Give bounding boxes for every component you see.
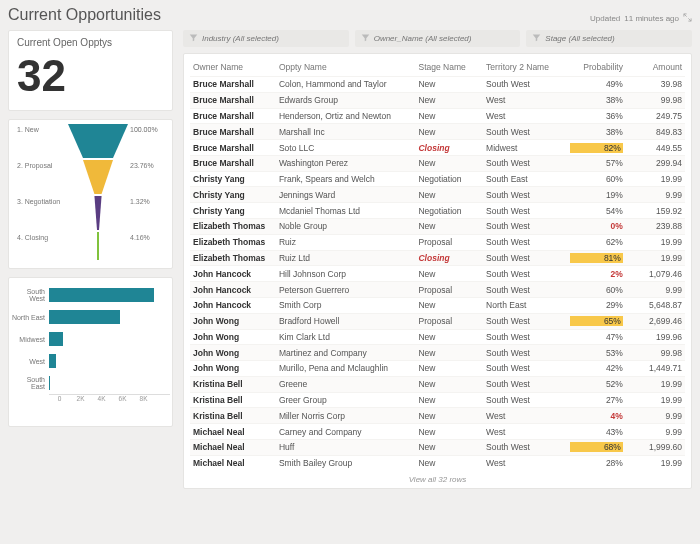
bar-row: North East xyxy=(11,306,170,328)
table-row[interactable]: Kristina BellGreer GroupNewSouth West27%… xyxy=(190,392,685,408)
table-row[interactable]: Kristina BellGreeneNewSouth West52%19.99 xyxy=(190,376,685,392)
filter-icon xyxy=(189,33,198,44)
table-row[interactable]: John HancockSmith CorpNewNorth East29%5,… xyxy=(190,297,685,313)
filter-0[interactable]: Industry (All selected) xyxy=(183,30,349,47)
table-row[interactable]: John WongBradford HowellProposalSouth We… xyxy=(190,313,685,329)
funnel-pct: 23.76% xyxy=(130,160,164,169)
svg-marker-1 xyxy=(83,160,113,194)
col-header[interactable]: Territory 2 Name xyxy=(483,58,567,77)
cell: Mcdaniel Thomas Ltd xyxy=(276,203,416,219)
cell: Closing xyxy=(415,250,483,266)
cell: 36% xyxy=(567,108,626,124)
cell: New xyxy=(415,455,483,470)
territory-bar-chart: South WestNorth EastMidwestWestSouth Eas… xyxy=(8,277,173,427)
table-row[interactable]: Elizabeth ThomasRuiz LtdClosingSouth Wes… xyxy=(190,250,685,266)
table-row[interactable]: John WongMartinez and CompanyNewSouth We… xyxy=(190,345,685,361)
cell: South West xyxy=(483,392,567,408)
cell: New xyxy=(415,424,483,440)
cell: 5,648.87 xyxy=(626,297,685,313)
table-row[interactable]: Bruce MarshallHenderson, Ortiz and Newto… xyxy=(190,108,685,124)
bar-label: South East xyxy=(11,376,49,390)
table-row[interactable]: Bruce MarshallWashington PerezNewSouth W… xyxy=(190,155,685,171)
svg-marker-2 xyxy=(94,196,101,230)
cell: Kristina Bell xyxy=(190,392,276,408)
cell: 38% xyxy=(567,124,626,140)
col-header[interactable]: Probability xyxy=(567,58,626,77)
table-row[interactable]: John WongKim Clark LtdNewSouth West47%19… xyxy=(190,329,685,345)
filter-1[interactable]: Owner_Name (All selected) xyxy=(355,30,521,47)
table-row[interactable]: Michael NealCarney and CompanyNewWest43%… xyxy=(190,424,685,440)
cell: 159.92 xyxy=(626,203,685,219)
cell: 19.99 xyxy=(626,171,685,187)
view-all-link[interactable]: View all 32 rows xyxy=(190,471,685,484)
table-row[interactable]: Kristina BellMiller Norris CorpNewWest4%… xyxy=(190,408,685,424)
table-row[interactable]: John HancockHill Johnson CorpNewSouth We… xyxy=(190,266,685,282)
table-row[interactable]: John WongMurillo, Pena and MclaughlinNew… xyxy=(190,361,685,377)
page-title: Current Opportunities xyxy=(8,6,161,24)
funnel-stage: 4. Closing4.16% xyxy=(17,232,164,262)
funnel-label: 4. Closing xyxy=(17,232,65,241)
cell: South West xyxy=(483,124,567,140)
cell: Kim Clark Ltd xyxy=(276,329,416,345)
cell: South West xyxy=(483,282,567,298)
cell: Bruce Marshall xyxy=(190,124,276,140)
table-row[interactable]: Bruce MarshallSoto LLCClosingMidwest82%4… xyxy=(190,140,685,156)
cell: South West xyxy=(483,187,567,203)
col-header[interactable]: Amount xyxy=(626,58,685,77)
updated-prefix: Updated xyxy=(590,14,620,23)
cell: South West xyxy=(483,234,567,250)
axis-tick: 2K xyxy=(70,395,91,402)
col-header[interactable]: Stage Name xyxy=(415,58,483,77)
cell: South West xyxy=(483,266,567,282)
table-row[interactable]: Christy YangJennings WardNewSouth West19… xyxy=(190,187,685,203)
cell: Miller Norris Corp xyxy=(276,408,416,424)
funnel-label: 3. Negotiation xyxy=(17,196,65,205)
filter-2[interactable]: Stage (All selected) xyxy=(526,30,692,47)
cell: 47% xyxy=(567,329,626,345)
cell: Colon, Hammond and Taylor xyxy=(276,77,416,93)
cell: 49% xyxy=(567,77,626,93)
cell: Jennings Ward xyxy=(276,187,416,203)
table-row[interactable]: Elizabeth ThomasRuizProposalSouth West62… xyxy=(190,234,685,250)
cell: South West xyxy=(483,203,567,219)
cell: John Hancock xyxy=(190,282,276,298)
cell: 19.99 xyxy=(626,392,685,408)
table-row[interactable]: Christy YangFrank, Spears and WelchNegot… xyxy=(190,171,685,187)
cell: Greene xyxy=(276,376,416,392)
table-row[interactable]: Bruce MarshallColon, Hammond and TaylorN… xyxy=(190,77,685,93)
table-row[interactable]: Bruce MarshallMarshall IncNewSouth West3… xyxy=(190,124,685,140)
cell: West xyxy=(483,424,567,440)
bar-row: Midwest xyxy=(11,328,170,350)
cell: Michael Neal xyxy=(190,455,276,470)
table-row[interactable]: Elizabeth ThomasNoble GroupNewSouth West… xyxy=(190,219,685,235)
bar xyxy=(49,310,120,324)
cell: 19.99 xyxy=(626,250,685,266)
cell: 0% xyxy=(567,219,626,235)
cell: South West xyxy=(483,250,567,266)
cell: Negotiation xyxy=(415,203,483,219)
table-row[interactable]: John HancockPeterson GuerreroProposalSou… xyxy=(190,282,685,298)
expand-icon[interactable] xyxy=(683,13,692,24)
cell: 99.98 xyxy=(626,92,685,108)
funnel-stage: 2. Proposal23.76% xyxy=(17,160,164,196)
cell: 4% xyxy=(567,408,626,424)
cell: 299.94 xyxy=(626,155,685,171)
col-header[interactable]: Owner Name xyxy=(190,58,276,77)
cell: Washington Perez xyxy=(276,155,416,171)
svg-marker-0 xyxy=(68,124,128,158)
cell: Noble Group xyxy=(276,219,416,235)
bar-row: South East xyxy=(11,372,170,394)
cell: New xyxy=(415,155,483,171)
col-header[interactable]: Oppty Name xyxy=(276,58,416,77)
bar-label: South West xyxy=(11,288,49,302)
cell: 43% xyxy=(567,424,626,440)
table-row[interactable]: Michael NealHuffNewSouth West68%1,999.60 xyxy=(190,439,685,455)
table-row[interactable]: Christy YangMcdaniel Thomas LtdNegotiati… xyxy=(190,203,685,219)
axis-tick: 4K xyxy=(91,395,112,402)
cell: Edwards Group xyxy=(276,92,416,108)
cell: 9.99 xyxy=(626,282,685,298)
table-row[interactable]: Bruce MarshallEdwards GroupNewWest38%99.… xyxy=(190,92,685,108)
table-row[interactable]: Michael NealSmith Bailey GroupNewWest28%… xyxy=(190,455,685,470)
cell: South West xyxy=(483,329,567,345)
cell: 449.55 xyxy=(626,140,685,156)
